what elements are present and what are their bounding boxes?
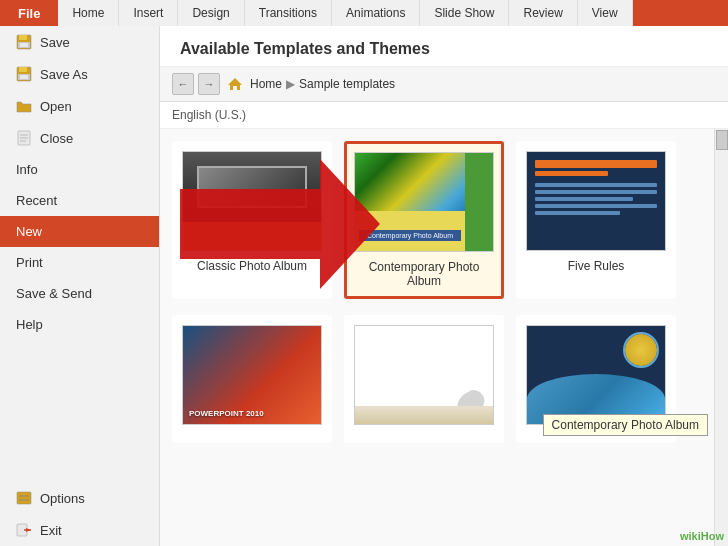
breadcrumb: ← → Home ▶ Sample templates [160,67,728,102]
sidebar-item-savesend-label: Save & Send [16,286,92,301]
breadcrumb-home-icon[interactable] [224,73,246,95]
template-contemporary-label: Contemporary Photo Album [355,260,493,288]
sidebar-item-new[interactable]: New [0,216,159,247]
filter-label: English (U.S.) [172,108,246,122]
template-classic-label: Classic Photo Album [197,259,307,273]
sidebar-item-saveas-label: Save As [40,67,88,82]
file-tab[interactable]: File [0,0,58,26]
ribbon: File Home Insert Design Transitions Anim… [0,0,728,26]
sidebar-item-open[interactable]: Open [0,90,159,122]
breadcrumb-back-button[interactable]: ← [172,73,194,95]
svg-rect-7 [20,75,28,79]
tab-animations[interactable]: Animations [332,0,420,26]
tab-home[interactable]: Home [58,0,119,26]
sidebar-item-info[interactable]: Info [0,154,159,185]
breadcrumb-separator: ▶ [286,77,295,91]
sidebar-item-save-label: Save [40,35,70,50]
watermark-suffix: How [701,530,724,542]
breadcrumb-current[interactable]: Sample templates [299,77,395,91]
options-icon [16,490,32,506]
template-thumb-blank [354,325,494,425]
sidebar-item-options[interactable]: Options [0,482,159,514]
sidebar-item-open-label: Open [40,99,72,114]
sidebar-item-exit-label: Exit [40,523,62,538]
close-doc-icon [16,130,32,146]
template-thumb-office [526,325,666,425]
svg-rect-5 [19,67,27,72]
sidebar-item-info-label: Info [16,162,38,177]
sidebar-item-help[interactable]: Help [0,309,159,340]
svg-rect-12 [17,492,31,504]
breadcrumb-forward-button[interactable]: → [198,73,220,95]
tab-insert[interactable]: Insert [119,0,178,26]
tab-review[interactable]: Review [509,0,577,26]
sidebar-item-recent-label: Recent [16,193,57,208]
save-icon [16,34,32,50]
sidebar: Save Save As Open Close Info Recent [0,26,160,546]
breadcrumb-home-label[interactable]: Home [250,77,282,91]
svg-rect-3 [20,43,28,47]
sidebar-item-exit[interactable]: Exit [0,514,159,546]
sidebar-item-saveas[interactable]: Save As [0,58,159,90]
template-thumb-contemporary: Contemporary Photo Album [354,152,494,252]
template-thumb-fiverules [526,151,666,251]
sidebar-item-savesend[interactable]: Save & Send [0,278,159,309]
save-as-icon [16,66,32,82]
sidebar-item-options-label: Options [40,491,85,506]
watermark-prefix: wiki [680,530,701,542]
scrollbar[interactable] [714,129,728,546]
tab-slideshow[interactable]: Slide Show [420,0,509,26]
templates-row-1: Classic Photo Album Contemporary Photo A… [172,141,716,299]
main-container: Save Save As Open Close Info Recent [0,26,728,546]
sidebar-item-recent[interactable]: Recent [0,185,159,216]
templates-grid: Classic Photo Album Contemporary Photo A… [160,129,728,546]
sidebar-item-print-label: Print [16,255,43,270]
template-powerpoint2010[interactable]: POWERPOINT 2010 [172,315,332,443]
template-thumb-classic [182,151,322,251]
tab-transitions[interactable]: Transitions [245,0,332,26]
content-area: Available Templates and Themes ← → Home … [160,26,728,546]
template-classic-photo-album[interactable]: Classic Photo Album [172,141,332,299]
template-blank[interactable] [344,315,504,443]
watermark: wikiHow [680,530,724,542]
filter-row: English (U.S.) [160,102,728,129]
sidebar-item-close-label: Close [40,131,73,146]
template-contemporary-photo-album[interactable]: Contemporary Photo Album Contemporary Ph… [344,141,504,299]
template-thumb-pp2010: POWERPOINT 2010 [182,325,322,425]
template-five-rules[interactable]: Five Rules [516,141,676,299]
tab-design[interactable]: Design [178,0,244,26]
open-icon [16,98,32,114]
content-title: Available Templates and Themes [160,26,728,67]
exit-icon [16,522,32,538]
tooltip: Contemporary Photo Album [543,414,708,436]
sidebar-item-close[interactable]: Close [0,122,159,154]
sidebar-item-print[interactable]: Print [0,247,159,278]
sidebar-item-save[interactable]: Save [0,26,159,58]
sidebar-item-new-label: New [16,224,42,239]
svg-rect-1 [19,35,27,40]
sidebar-item-help-label: Help [16,317,43,332]
tab-view[interactable]: View [578,0,633,26]
template-fiverules-label: Five Rules [568,259,625,273]
